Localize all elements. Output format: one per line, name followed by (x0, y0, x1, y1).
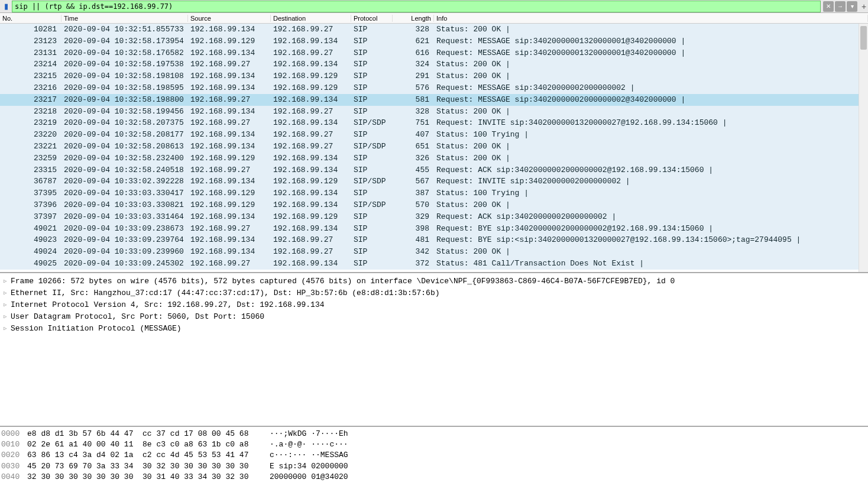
cell-no: 23217 (0, 94, 61, 106)
detail-tree-item[interactable]: ▷User Datagram Protocol, Src Port: 5060,… (1, 310, 867, 322)
packet-row[interactable]: 373972020-09-04 10:33:03.331464192.168.9… (0, 211, 868, 223)
packet-row[interactable]: 490252020-09-04 10:33:09.245302192.168.9… (0, 258, 868, 270)
packet-row[interactable]: 373952020-09-04 10:33:03.330417192.168.9… (0, 187, 868, 199)
packet-row[interactable]: 232172020-09-04 10:32:58.198800192.168.9… (0, 94, 868, 106)
cell-destination: 192.168.99.134 (271, 59, 351, 70)
hex-offset: 0010 (1, 440, 27, 451)
hex-bytes: 45 20 73 69 70 3a 33 34 30 32 30 30 30 3… (27, 462, 270, 472)
packet-list-pane: No. Time Source Destination Protocol Len… (0, 13, 868, 273)
detail-text: Session Initiation Protocol (MESSAGE) (11, 324, 182, 333)
packet-list-header[interactable]: No. Time Source Destination Protocol Len… (0, 13, 868, 24)
cell-destination: 192.168.99.27 (271, 141, 351, 153)
hex-row[interactable]: 004032 30 30 30 30 30 30 30 30 31 40 33 … (1, 472, 867, 483)
packet-row[interactable]: 232182020-09-04 10:32:58.199456192.168.9… (0, 106, 868, 118)
col-header-source[interactable]: Source (188, 15, 271, 22)
packet-row[interactable]: 490212020-09-04 10:33:09.238673192.168.9… (0, 223, 868, 235)
detail-tree-item[interactable]: ▷Ethernet II, Src: Hangzhou_37:cd:17 (44… (1, 287, 867, 299)
cell-protocol: SIP (351, 129, 393, 141)
cell-no: 23315 (0, 164, 61, 176)
packet-row[interactable]: 367872020-09-04 10:33:02.392228192.168.9… (0, 176, 868, 187)
cell-destination: 192.168.99.134 (271, 35, 351, 47)
hex-row[interactable]: 002063 86 13 c4 3a d4 02 1a c2 cc 4d 45 … (1, 451, 867, 461)
packet-row[interactable]: 233152020-09-04 10:32:58.240518192.168.9… (0, 164, 868, 176)
filter-dropdown-icon[interactable]: ▾ (847, 1, 857, 12)
scrollbar-thumb[interactable] (860, 26, 867, 50)
cell-source: 192.168.99.134 (188, 234, 271, 246)
detail-text: Internet Protocol Version 4, Src: 192.16… (11, 300, 325, 309)
col-header-destination[interactable]: Destination (271, 15, 351, 22)
cell-source: 192.168.99.134 (188, 82, 271, 94)
apply-filter-icon[interactable]: → (835, 1, 846, 12)
packet-row[interactable]: 231232020-09-04 10:32:58.173954192.168.9… (0, 35, 868, 47)
bookmark-icon[interactable]: ▮ (0, 1, 12, 12)
cell-destination: 192.168.99.27 (271, 47, 351, 59)
detail-tree-item[interactable]: ▷Internet Protocol Version 4, Src: 192.1… (1, 299, 867, 311)
tree-expand-icon[interactable]: ▷ (4, 325, 11, 332)
packet-row[interactable]: 232202020-09-04 10:32:58.208177192.168.9… (0, 129, 868, 141)
cell-info: Status: 200 OK | (434, 24, 868, 35)
packet-row[interactable]: 232212020-09-04 10:32:58.208613192.168.9… (0, 141, 868, 153)
hex-ascii: E sip:34 02000000 (270, 462, 348, 472)
detail-text: User Datagram Protocol, Src Port: 5060, … (11, 312, 264, 321)
hex-ascii: ·.a·@·@· ····c··· (270, 440, 348, 451)
cell-no: 37397 (0, 211, 61, 223)
cell-length: 581 (393, 94, 434, 106)
packet-row[interactable]: 373962020-09-04 10:33:03.330821192.168.9… (0, 199, 868, 211)
hex-row[interactable]: 003045 20 73 69 70 3a 33 34 30 32 30 30 … (1, 462, 867, 472)
cell-length: 328 (393, 24, 434, 35)
cell-destination: 192.168.99.134 (271, 223, 351, 235)
col-header-time[interactable]: Time (61, 15, 188, 22)
cell-time: 2020-09-04 10:33:09.245302 (61, 258, 188, 270)
clear-filter-icon[interactable]: ✕ (823, 1, 834, 12)
packet-row[interactable]: 232192020-09-04 10:32:58.207375192.168.9… (0, 117, 868, 129)
cell-time: 2020-09-04 10:33:09.239764 (61, 234, 188, 246)
cell-no: 49023 (0, 234, 61, 246)
cell-info: Status: 200 OK | (434, 153, 868, 164)
packet-row[interactable]: 232152020-09-04 10:32:58.198108192.168.9… (0, 70, 868, 82)
tree-expand-icon[interactable]: ▷ (4, 278, 11, 284)
tree-expand-icon[interactable]: ▷ (4, 313, 11, 320)
add-filter-icon[interactable]: + (860, 2, 868, 11)
cell-destination: 192.168.99.134 (271, 187, 351, 199)
detail-tree-item[interactable]: ▷Session Initiation Protocol (MESSAGE) (1, 322, 867, 334)
packet-row[interactable]: 232592020-09-04 10:32:58.232400192.168.9… (0, 153, 868, 164)
cell-source: 192.168.99.27 (188, 164, 271, 176)
cell-length: 407 (393, 129, 434, 141)
packet-scrollbar[interactable] (859, 24, 868, 272)
tree-expand-icon[interactable]: ▷ (4, 302, 11, 308)
cell-length: 328 (393, 106, 434, 118)
col-header-info[interactable]: Info (434, 15, 868, 22)
packet-row[interactable]: 232142020-09-04 10:32:58.197538192.168.9… (0, 59, 868, 70)
cell-length: 570 (393, 199, 434, 211)
detail-text: Frame 10266: 572 bytes on wire (4576 bit… (11, 277, 675, 286)
packet-row[interactable]: 232162020-09-04 10:32:58.198595192.168.9… (0, 82, 868, 94)
packet-row[interactable]: 231312020-09-04 10:32:58.176582192.168.9… (0, 47, 868, 59)
cell-no: 10281 (0, 24, 61, 35)
display-filter-input[interactable] (12, 1, 821, 12)
cell-destination: 192.168.99.134 (271, 258, 351, 270)
hex-row[interactable]: 001002 2e 61 a1 40 00 40 11 8e c3 c0 a8 … (1, 440, 867, 451)
cell-time: 2020-09-04 10:32:58.208177 (61, 129, 188, 141)
cell-no: 23215 (0, 70, 61, 82)
cell-no: 23214 (0, 59, 61, 70)
col-header-no[interactable]: No. (0, 15, 61, 22)
cell-time: 2020-09-04 10:32:58.198595 (61, 82, 188, 94)
col-header-length[interactable]: Length (393, 15, 434, 22)
cell-source: 192.168.99.27 (188, 117, 271, 129)
packet-row[interactable]: 102812020-09-04 10:32:51.855733192.168.9… (0, 24, 868, 35)
hex-row[interactable]: 0000e8 d8 d1 3b 57 6b 44 47 cc 37 cd 17 … (1, 429, 867, 440)
col-header-protocol[interactable]: Protocol (351, 15, 393, 22)
cell-protocol: SIP/SDP (351, 141, 393, 153)
cell-info: Status: 200 OK | (434, 70, 868, 82)
cell-time: 2020-09-04 10:32:58.208613 (61, 141, 188, 153)
cell-no: 23131 (0, 47, 61, 59)
tree-expand-icon[interactable]: ▷ (4, 290, 11, 296)
hex-ascii: 20000000 01@34020 (270, 472, 348, 483)
cell-time: 2020-09-04 10:32:58.176582 (61, 47, 188, 59)
cell-destination: 192.168.99.27 (271, 106, 351, 118)
cell-destination: 192.168.99.134 (271, 199, 351, 211)
packet-row[interactable]: 490232020-09-04 10:33:09.239764192.168.9… (0, 234, 868, 246)
detail-tree-item[interactable]: ▷Frame 10266: 572 bytes on wire (4576 bi… (1, 276, 867, 287)
packet-row[interactable]: 490242020-09-04 10:33:09.239960192.168.9… (0, 246, 868, 258)
cell-no: 36787 (0, 176, 61, 187)
